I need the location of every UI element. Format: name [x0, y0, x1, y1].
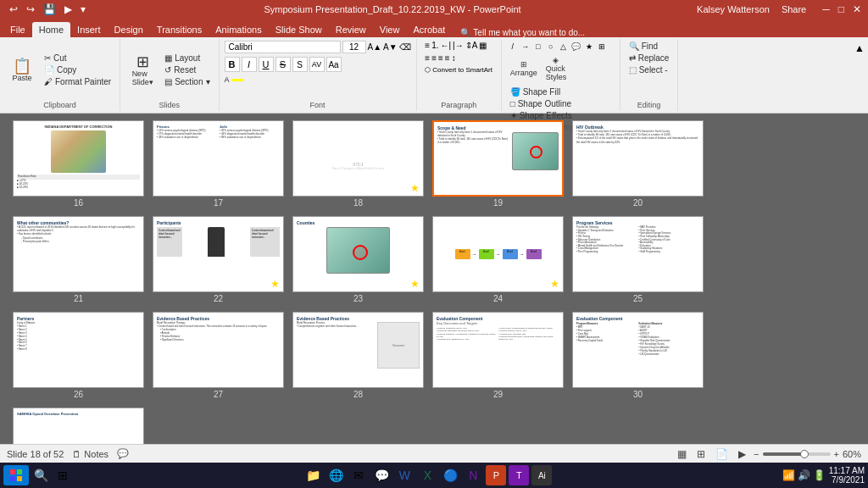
- font-case-button[interactable]: Aa: [326, 57, 342, 72]
- arrange-button[interactable]: ⊞Arrange: [507, 58, 541, 79]
- slide-thumb-28[interactable]: Evidence Based Practices Moral Reconatio…: [292, 312, 424, 399]
- slide-thumb-25[interactable]: Program Services Provide the following: …: [572, 216, 704, 303]
- tab-file[interactable]: File: [3, 22, 32, 37]
- present-button[interactable]: ▶: [62, 3, 75, 16]
- italic-button[interactable]: I: [242, 57, 257, 72]
- increase-indent-button[interactable]: |→: [453, 41, 464, 50]
- slide-thumb-23[interactable]: Counties ★ 23: [292, 216, 424, 303]
- redo-button[interactable]: ↪: [24, 3, 37, 16]
- comments-button[interactable]: 💬: [117, 448, 129, 459]
- shape-outline-button[interactable]: □Shape Outline: [507, 98, 615, 109]
- layout-button[interactable]: ▦Layout: [161, 53, 213, 64]
- tab-view[interactable]: View: [373, 22, 407, 37]
- chrome-button[interactable]: 🔵: [440, 465, 460, 485]
- shape-line[interactable]: /: [507, 41, 519, 53]
- slide-thumb-24[interactable]: Box1 → Box2 → Box3 → Box4 ★ 24: [432, 216, 564, 303]
- slide-thumb-18[interactable]: 210:1 14,130:1 670:1 Ratio of Population…: [292, 120, 424, 208]
- normal-view-button[interactable]: ▦: [675, 447, 689, 461]
- quick-styles-button[interactable]: ◈QuickStyles: [542, 54, 570, 83]
- search-box[interactable]: 🔍 Tell me what you want to do...: [460, 28, 585, 37]
- powerpoint-taskbar[interactable]: P: [486, 465, 506, 485]
- customize-qat-button[interactable]: ▾: [78, 3, 88, 16]
- tab-animations[interactable]: Animations: [209, 22, 268, 37]
- outlook-button[interactable]: ✉: [348, 465, 369, 485]
- slide-thumb-20[interactable]: HIV Outbreak • Scott County had only bee…: [572, 120, 704, 208]
- reset-button[interactable]: ↺Reset: [161, 64, 213, 75]
- edge-button[interactable]: 🌐: [326, 465, 346, 485]
- align-left-button[interactable]: ≡: [425, 53, 430, 63]
- align-center-button[interactable]: ≡: [431, 53, 437, 63]
- shape-oval[interactable]: ○: [545, 41, 557, 53]
- font-name-input[interactable]: [225, 41, 341, 53]
- find-button[interactable]: 🔍Find: [626, 41, 661, 52]
- shadow-button[interactable]: S: [292, 57, 308, 72]
- zoom-out-button[interactable]: −: [754, 449, 759, 459]
- zoom-in-button[interactable]: +: [834, 449, 839, 459]
- taskview-button[interactable]: ⊞: [53, 465, 73, 485]
- font-size-input[interactable]: [342, 41, 366, 53]
- slide-thumb-16[interactable]: INDIANA DEPARTMENT OF CORRECTION Recidiv…: [13, 120, 144, 208]
- justify-button[interactable]: ≡: [445, 53, 450, 63]
- slide-thumb-31[interactable]: SAMHSA Opioid Overdose Prevention: [13, 408, 144, 444]
- shape-star[interactable]: ★: [583, 41, 595, 53]
- tab-insert[interactable]: Insert: [70, 22, 108, 37]
- notes-button[interactable]: 🗒 Notes: [72, 449, 108, 459]
- tab-acrobat[interactable]: Acrobat: [406, 22, 452, 37]
- char-spacing-button[interactable]: AV: [309, 57, 325, 72]
- paste-button[interactable]: 📋 Paste: [5, 57, 39, 84]
- volume-icon[interactable]: 🔊: [798, 469, 810, 481]
- explorer-button[interactable]: 📁: [303, 465, 323, 485]
- text-direction-button[interactable]: ⇕A: [465, 41, 478, 50]
- battery-icon[interactable]: 🔋: [813, 469, 826, 481]
- save-button[interactable]: 💾: [41, 3, 58, 16]
- slide-thumb-26[interactable]: Partners Living in Balance: • Name 1• Na…: [13, 312, 144, 399]
- slideshow-view-button[interactable]: ▶: [736, 447, 748, 461]
- collapse-ribbon-button[interactable]: ▲: [851, 39, 868, 111]
- close-button[interactable]: ✕: [853, 3, 861, 15]
- slide-thumb-22[interactable]: Participants Content based and client fo…: [153, 216, 284, 303]
- tab-transitions[interactable]: Transitions: [150, 22, 209, 37]
- decrease-font-button[interactable]: A▼: [383, 42, 398, 52]
- teams-button[interactable]: 💬: [371, 465, 392, 485]
- convert-smartart-button[interactable]: ⬡Convert to SmartArt: [425, 66, 492, 74]
- shape-rect[interactable]: □: [532, 41, 544, 53]
- tab-home[interactable]: Home: [32, 22, 70, 37]
- slide-thumb-30[interactable]: Evaluation Component Program Measures • …: [572, 312, 704, 399]
- format-painter-button[interactable]: 🖌Format Painter: [41, 76, 114, 87]
- columns-button[interactable]: ▦: [479, 41, 487, 50]
- tab-design[interactable]: Design: [108, 22, 150, 37]
- underline-button[interactable]: U: [259, 57, 274, 72]
- cut-button[interactable]: ✂Cut: [41, 53, 114, 64]
- minimize-button[interactable]: ─: [822, 3, 830, 15]
- section-button[interactable]: ▤Section▾: [161, 76, 213, 87]
- bullets-button[interactable]: ≡: [425, 41, 430, 50]
- line-spacing-button[interactable]: ↕: [452, 53, 456, 63]
- shape-triangle[interactable]: △: [558, 41, 570, 53]
- ai-button[interactable]: Ai: [531, 465, 552, 485]
- slide-thumb-29[interactable]: Evaluation Component Key Outcomes and Ta…: [432, 312, 564, 399]
- share-button[interactable]: Share: [782, 4, 806, 14]
- copy-button[interactable]: 📄Copy: [41, 64, 114, 75]
- increase-font-button[interactable]: A▲: [368, 42, 382, 52]
- search-taskbar-button[interactable]: 🔍: [31, 465, 51, 485]
- slide-thumb-19[interactable]: Scope & Need • Scott County had only bee…: [432, 120, 564, 208]
- slide-thumb-27[interactable]: Evidence Based Practices Moral Reconatio…: [153, 312, 284, 399]
- wifi-icon[interactable]: 📶: [782, 469, 795, 481]
- slide-sorter-button[interactable]: ⊞: [694, 447, 708, 461]
- clear-format-button[interactable]: ⌫: [399, 42, 411, 52]
- decrease-indent-button[interactable]: ←|: [441, 41, 452, 50]
- word-button[interactable]: W: [394, 465, 415, 485]
- strikethrough-button[interactable]: S: [275, 57, 291, 72]
- shape-more[interactable]: ⊞: [596, 41, 608, 53]
- slide-thumb-17[interactable]: Prisons • 14% serious psychological dist…: [153, 120, 284, 208]
- bold-button[interactable]: B: [225, 57, 240, 72]
- maximize-button[interactable]: □: [838, 3, 844, 15]
- shape-fill-button[interactable]: 🪣Shape Fill: [507, 86, 615, 97]
- zoom-slider[interactable]: [763, 452, 831, 456]
- tab-slideshow[interactable]: Slide Show: [269, 22, 329, 37]
- shape-arrow[interactable]: →: [520, 41, 531, 53]
- select-button[interactable]: ⬚Select -: [626, 64, 671, 75]
- onenote-button[interactable]: N: [463, 465, 483, 485]
- new-slide-button[interactable]: ⊞ NewSlide▾: [125, 53, 159, 88]
- start-button[interactable]: [3, 465, 29, 485]
